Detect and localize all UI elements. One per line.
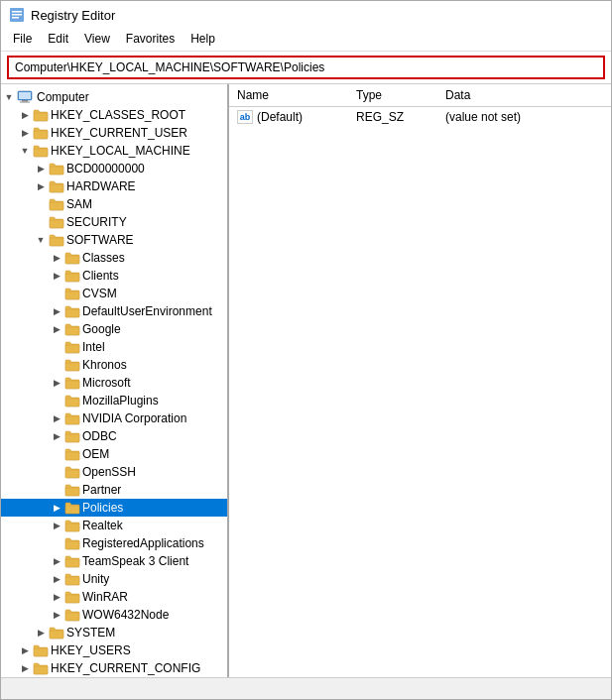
- svg-rect-2: [12, 14, 22, 16]
- toggle-icon[interactable]: ▶: [49, 589, 64, 605]
- tree-item-hardware[interactable]: ▶ HARDWARE: [1, 177, 227, 195]
- toggle-icon[interactable]: ▼: [1, 89, 17, 105]
- folder-icon: [64, 394, 80, 408]
- folder-icon: [64, 483, 80, 497]
- tree-item-google[interactable]: ▶ Google: [1, 320, 227, 338]
- svg-rect-5: [19, 92, 31, 99]
- folder-icon: [64, 358, 80, 372]
- toggle-icon[interactable]: ▶: [33, 625, 49, 641]
- toggle-icon[interactable]: ▶: [33, 178, 49, 194]
- menu-view[interactable]: View: [76, 29, 118, 49]
- toggle-icon[interactable]: [49, 482, 64, 498]
- folder-icon: [64, 411, 80, 425]
- tree-item-bcd[interactable]: ▶ BCD00000000: [1, 160, 227, 177]
- entry-name: (Default): [257, 110, 303, 124]
- tree-label: Google: [82, 322, 121, 336]
- tree-item-policies[interactable]: ▶ Policies: [1, 499, 227, 517]
- tree-item-hkey_users[interactable]: ▶ HKEY_USERS: [1, 642, 227, 659]
- toggle-icon[interactable]: [49, 464, 64, 480]
- menu-favorites[interactable]: Favorites: [118, 29, 183, 49]
- tree-item-mozillaplugins[interactable]: MozillaPlugins: [1, 392, 227, 409]
- svg-rect-7: [20, 102, 30, 103]
- tree-item-openssh[interactable]: OpenSSH: [1, 463, 227, 481]
- tree-item-odbc[interactable]: ▶ ODBC: [1, 427, 227, 445]
- toggle-icon[interactable]: ▶: [17, 125, 33, 141]
- tree-item-security[interactable]: SECURITY: [1, 213, 227, 231]
- toggle-icon[interactable]: [33, 214, 49, 230]
- tree-item-local_machine[interactable]: ▼ HKEY_LOCAL_MACHINE: [1, 142, 227, 160]
- toggle-icon[interactable]: ▼: [33, 232, 49, 248]
- toggle-icon[interactable]: ▶: [49, 607, 64, 623]
- toggle-icon[interactable]: ▶: [49, 428, 64, 444]
- toggle-icon[interactable]: ▶: [49, 268, 64, 284]
- folder-icon: [49, 197, 64, 211]
- tree-item-teamspeak[interactable]: ▶ TeamSpeak 3 Client: [1, 552, 227, 570]
- toggle-icon[interactable]: ▶: [49, 410, 64, 426]
- toggle-icon[interactable]: ▶: [49, 518, 64, 533]
- toggle-icon[interactable]: ▶: [49, 321, 64, 337]
- tree-item-intel[interactable]: Intel: [1, 338, 227, 356]
- toggle-icon[interactable]: ▶: [17, 660, 33, 676]
- toggle-icon[interactable]: ▶: [49, 500, 64, 516]
- toggle-icon[interactable]: [49, 357, 64, 373]
- tree-item-computer[interactable]: ▼ Computer: [1, 88, 227, 106]
- toggle-icon[interactable]: [49, 286, 64, 301]
- tree-item-hkey_current_config[interactable]: ▶ HKEY_CURRENT_CONFIG: [1, 659, 227, 677]
- folder-icon: [64, 251, 80, 265]
- tree-label: Clients: [82, 269, 119, 283]
- tree-item-wow6432[interactable]: ▶ WOW6432Node: [1, 606, 227, 624]
- menu-file[interactable]: File: [5, 29, 40, 49]
- toggle-icon[interactable]: [49, 535, 64, 551]
- tree-item-system[interactable]: ▶ SYSTEM: [1, 624, 227, 642]
- tree-item-winrar[interactable]: ▶ WinRAR: [1, 588, 227, 606]
- toggle-icon[interactable]: ▶: [17, 642, 33, 658]
- tree-item-realtek[interactable]: ▶ Realtek: [1, 517, 227, 534]
- tree-item-regapps[interactable]: RegisteredApplications: [1, 534, 227, 552]
- menu-edit[interactable]: Edit: [40, 29, 76, 49]
- tree-item-khronos[interactable]: Khronos: [1, 356, 227, 374]
- toggle-icon[interactable]: ▶: [33, 161, 49, 176]
- toggle-icon[interactable]: [33, 196, 49, 212]
- toggle-icon[interactable]: ▼: [17, 143, 33, 159]
- folder-icon: [33, 126, 49, 140]
- toggle-icon[interactable]: [49, 446, 64, 462]
- col-data: Data: [445, 88, 603, 102]
- tree-item-clients[interactable]: ▶ Clients: [1, 267, 227, 285]
- toggle-icon[interactable]: [49, 339, 64, 355]
- tree-item-unity[interactable]: ▶ Unity: [1, 570, 227, 588]
- svg-rect-3: [12, 17, 19, 19]
- tree-item-microsoft[interactable]: ▶ Microsoft: [1, 374, 227, 392]
- tree-item-software[interactable]: ▼ SOFTWARE: [1, 231, 227, 249]
- tree-label: Unity: [82, 572, 109, 586]
- tree-item-sam[interactable]: SAM: [1, 195, 227, 213]
- detail-row[interactable]: ab (Default) REG_SZ (value not set): [229, 107, 611, 127]
- toggle-icon[interactable]: ▶: [49, 250, 64, 266]
- tree-pane[interactable]: ▼ Computer ▶ HKEY_CLASSES_ROOT ▶ HKEY_CU…: [1, 84, 229, 677]
- tree-item-classes[interactable]: ▶ Classes: [1, 249, 227, 267]
- tree-label: SYSTEM: [66, 626, 115, 640]
- toggle-icon[interactable]: ▶: [49, 571, 64, 587]
- toggle-icon[interactable]: ▶: [49, 375, 64, 391]
- tree-item-partner[interactable]: Partner: [1, 481, 227, 499]
- tree-item-defaultuser[interactable]: ▶ DefaultUserEnvironment: [1, 302, 227, 320]
- toggle-icon[interactable]: ▶: [49, 303, 64, 319]
- folder-icon: [64, 376, 80, 390]
- folder-icon: [49, 162, 64, 175]
- toggle-icon[interactable]: ▶: [17, 107, 33, 123]
- tree-label: WinRAR: [82, 590, 128, 604]
- folder-icon: [33, 108, 49, 122]
- menu-help[interactable]: Help: [183, 29, 223, 49]
- tree-item-nvidia[interactable]: ▶ NVIDIA Corporation: [1, 409, 227, 427]
- toggle-icon[interactable]: ▶: [49, 553, 64, 569]
- address-bar[interactable]: Computer\HKEY_LOCAL_MACHINE\SOFTWARE\Pol…: [7, 56, 605, 79]
- tree-item-current_user[interactable]: ▶ HKEY_CURRENT_USER: [1, 124, 227, 142]
- folder-icon: [49, 233, 64, 247]
- tree-item-classes_root[interactable]: ▶ HKEY_CLASSES_ROOT: [1, 106, 227, 124]
- tree-label: HKEY_LOCAL_MACHINE: [51, 144, 190, 158]
- tree-item-cvsm[interactable]: CVSM: [1, 285, 227, 302]
- toggle-icon[interactable]: [49, 393, 64, 408]
- tree-item-oem[interactable]: OEM: [1, 445, 227, 463]
- tree-label: Computer: [37, 90, 89, 104]
- folder-icon: [64, 447, 80, 461]
- tree-label: OpenSSH: [82, 465, 136, 479]
